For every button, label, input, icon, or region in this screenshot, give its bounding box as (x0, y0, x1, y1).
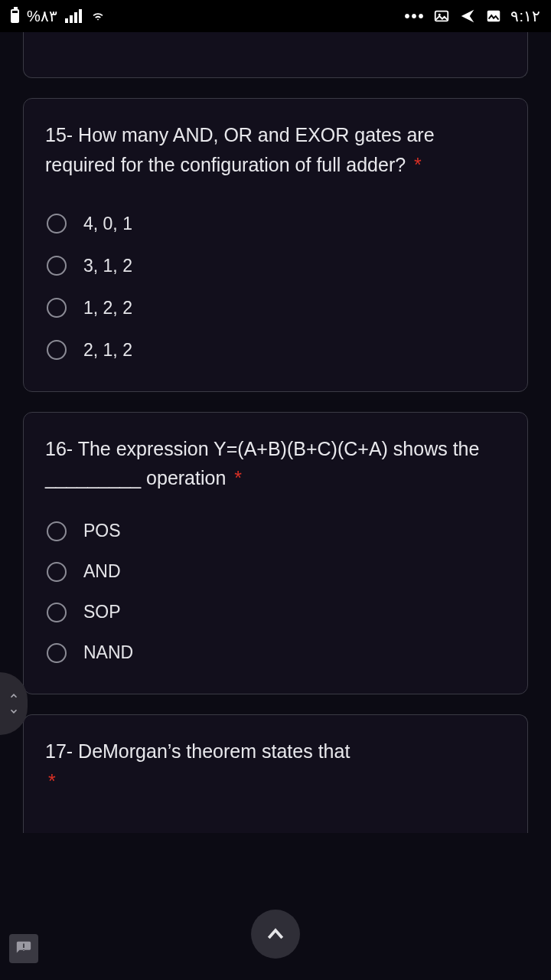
question-card-16: 16- The expression Y=(A+B)(B+C)(C+A) sho… (23, 412, 528, 695)
form-page[interactable]: 15- How many AND, OR and EXOR gates are … (0, 32, 551, 980)
radio-icon (47, 562, 67, 582)
svg-rect-0 (435, 11, 448, 21)
question-card-17: 17- DeMorgan’s theorem states that * (23, 714, 528, 833)
required-mark: * (234, 467, 242, 488)
option-15-b[interactable]: 3, 1, 2 (45, 248, 506, 284)
option-15-a[interactable]: 4, 0, 1 (45, 206, 506, 242)
chevron-up-icon (264, 923, 287, 946)
status-left: %۸۳ (11, 6, 106, 27)
svg-rect-2 (487, 11, 500, 22)
option-label: 2, 1, 2 (83, 340, 132, 361)
option-15-d[interactable]: 2, 1, 2 (45, 332, 506, 368)
question-card-15: 15- How many AND, OR and EXOR gates are … (23, 98, 528, 392)
status-bar: %۸۳ ••• ۹:۱۲ (0, 0, 551, 32)
question-text-content: 17- DeMorgan’s theorem states that (45, 740, 350, 762)
option-16-b[interactable]: AND (45, 554, 506, 590)
battery-icon (11, 9, 19, 23)
option-16-c[interactable]: SOP (45, 594, 506, 630)
options-group: POS AND SOP NAND (45, 513, 506, 671)
option-label: NAND (83, 642, 133, 663)
feedback-icon (15, 940, 32, 957)
more-icon: ••• (404, 8, 425, 25)
option-16-d[interactable]: NAND (45, 635, 506, 671)
question-card-prev (23, 32, 528, 78)
wifi-icon (90, 6, 106, 27)
question-text: 16- The expression Y=(A+B)(B+C)(C+A) sho… (45, 434, 506, 494)
radio-icon (47, 256, 67, 276)
option-label: 4, 0, 1 (83, 214, 132, 234)
question-text: 15- How many AND, OR and EXOR gates are … (45, 120, 506, 180)
option-label: AND (83, 561, 121, 582)
collapse-keyboard-button[interactable] (251, 910, 300, 959)
feedback-button[interactable] (9, 934, 38, 963)
required-mark: * (48, 770, 56, 792)
send-icon (458, 7, 477, 25)
radio-icon (47, 340, 67, 360)
chevron-down-icon (8, 706, 19, 717)
status-right: ••• ۹:۱۲ (404, 7, 540, 25)
option-label: SOP (83, 602, 121, 622)
option-16-a[interactable]: POS (45, 513, 506, 549)
radio-icon (47, 298, 67, 318)
option-label: 3, 1, 2 (83, 256, 132, 276)
radio-icon (47, 603, 67, 622)
option-label: POS (83, 521, 121, 541)
signal-icon (65, 9, 82, 23)
picture-icon (432, 7, 451, 25)
radio-icon (47, 521, 67, 541)
radio-icon (47, 643, 67, 663)
radio-icon (47, 214, 67, 234)
image-icon (484, 7, 503, 25)
question-text-content: 16- The expression Y=(A+B)(B+C)(C+A) sho… (45, 438, 479, 489)
option-label: 1, 2, 2 (83, 298, 132, 318)
question-text: 17- DeMorgan’s theorem states that * (45, 737, 506, 796)
clock-text: ۹:۱۲ (510, 7, 540, 25)
option-15-c[interactable]: 1, 2, 2 (45, 290, 506, 326)
chevron-up-icon (8, 691, 19, 701)
question-text-content: 15- How many AND, OR and EXOR gates are … (45, 124, 435, 175)
required-mark: * (414, 154, 422, 175)
options-group: 4, 0, 1 3, 1, 2 1, 2, 2 2, 1, 2 (45, 206, 506, 368)
battery-percent: %۸۳ (27, 7, 57, 25)
